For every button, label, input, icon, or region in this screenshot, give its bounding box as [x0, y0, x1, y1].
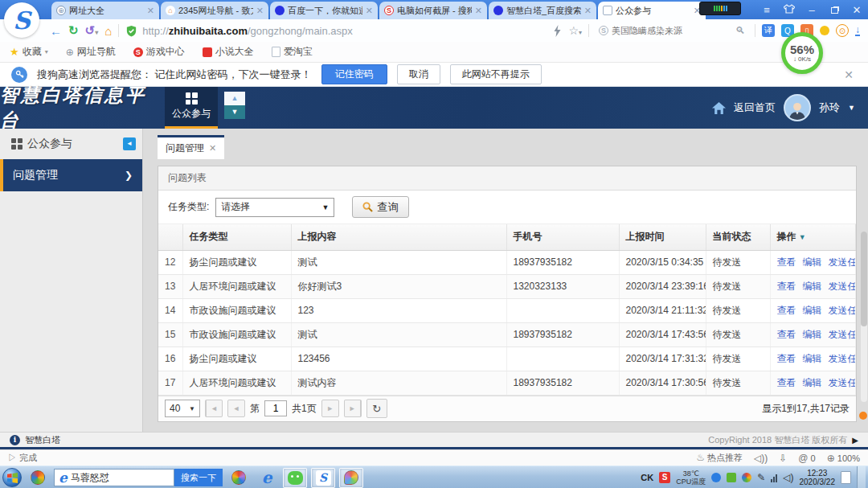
menu-icon[interactable]: ≡ [755, 4, 778, 16]
app-sogou-browser-icon[interactable]: S [311, 468, 335, 488]
chevron-up-icon[interactable]: ▲ [224, 92, 245, 105]
restore-icon[interactable] [823, 4, 845, 16]
send-task-link[interactable]: 发送任务 [829, 329, 856, 340]
send-task-link[interactable]: 发送任务 [829, 256, 856, 268]
app-pinwheel-icon[interactable] [227, 468, 251, 488]
send-task-link[interactable]: 发送任务 [829, 377, 856, 388]
view-link[interactable]: 查看 [777, 305, 796, 316]
cpu-temp-widget[interactable]: 38℃CPU温度 [676, 470, 706, 486]
page-number-input[interactable] [264, 400, 287, 416]
browser-tab-active[interactable]: 公众参与 ✕ [598, 2, 706, 19]
network-signal-icon[interactable] [771, 474, 777, 482]
query-button[interactable]: 查询 [352, 196, 409, 218]
never-prompt-button[interactable]: 此网站不再提示 [450, 64, 542, 84]
app-wechat-icon[interactable] [283, 468, 307, 488]
next-page-button[interactable]: ► [321, 400, 339, 417]
prev-page-button[interactable]: ◄ [227, 400, 245, 417]
translate-icon[interactable]: 译 [762, 24, 775, 37]
edit-link[interactable]: 编辑 [803, 305, 822, 316]
alert-icon[interactable] [820, 26, 829, 35]
last-page-button[interactable]: ► [344, 400, 362, 417]
browser-tab[interactable]: ⌂ 2345网址导航 - 致力 ✕ [161, 2, 268, 19]
taskbar-search-widget[interactable]: e马蓉怒怼 搜索一下 [54, 469, 223, 486]
expand-icon[interactable]: ▶ [852, 436, 858, 445]
table-row[interactable]: 16扬尘问题或建议1234562020/3/14 17:31:32待发送 查看编… [158, 347, 856, 371]
sidebar-collapse-icon[interactable]: ◄ [123, 137, 136, 150]
tab-close-icon[interactable]: ✕ [366, 6, 373, 16]
view-link[interactable]: 查看 [777, 353, 796, 364]
tab-close-icon[interactable]: ✕ [584, 6, 592, 16]
browser-tab[interactable]: 百度一下，你就知道 ✕ [270, 2, 378, 19]
tray-color-icon[interactable] [742, 473, 751, 482]
col-action[interactable]: 操作 ▼ [770, 224, 856, 250]
sogou-search-box[interactable]: S 🔍︎ [596, 23, 748, 39]
send-task-link[interactable]: 发送任务 [829, 353, 856, 364]
table-row[interactable]: 14市政设施问题或建议1232020/3/14 21:11:32待发送 查看编辑… [158, 298, 856, 322]
scrollbar-thumb[interactable] [861, 232, 867, 326]
username[interactable]: 孙玲 [819, 100, 840, 115]
browser-tab[interactable]: ⊕ 网址大全 ✕ [51, 2, 159, 19]
table-row[interactable]: 17人居环境问题或建议测试内容189379351822020/3/14 17:3… [158, 371, 856, 395]
avatar[interactable] [784, 94, 811, 121]
show-desktop-button[interactable] [857, 466, 866, 488]
sidebar-item-issue-management[interactable]: 问题管理 ❯ [0, 159, 142, 191]
proxy-count[interactable]: @ 0 [798, 453, 815, 464]
skin-icon[interactable] [778, 4, 800, 16]
volume-icon[interactable]: ◁) [783, 472, 793, 483]
app-ie-icon[interactable]: e [255, 468, 279, 488]
reload-icon[interactable]: ↻ [366, 399, 387, 418]
app-paint-icon[interactable] [339, 468, 363, 488]
touch-keyboard-icon[interactable] [841, 471, 851, 484]
bookmark-item[interactable]: S游戏中心 [133, 45, 185, 59]
download-tray-icon[interactable]: ⇩ [779, 453, 787, 464]
col-status[interactable]: 当前状态 [706, 224, 770, 250]
bookmark-item[interactable]: 小说大全 [203, 45, 254, 59]
send-task-link[interactable]: 发送任务 [829, 305, 856, 316]
tab-close-icon[interactable]: ✕ [147, 6, 154, 16]
close-icon[interactable]: ✕ [845, 4, 868, 16]
user-chevron-down-icon[interactable]: ▼ [848, 104, 855, 112]
app-360-icon[interactable] [26, 468, 50, 488]
cancel-button[interactable]: 取消 [397, 64, 440, 84]
undo-icon[interactable]: ↺▾ [85, 23, 99, 38]
tray-shield-icon[interactable] [727, 473, 736, 482]
bookmark-item[interactable]: 爱淘宝 [272, 45, 313, 59]
tab-close-icon[interactable]: ✕ [475, 6, 482, 16]
first-page-button[interactable]: ◄ [205, 400, 223, 417]
edit-link[interactable]: 编辑 [803, 256, 822, 268]
home-icon[interactable] [712, 102, 726, 114]
view-link[interactable]: 查看 [777, 329, 796, 340]
edit-link[interactable]: 编辑 [803, 281, 822, 292]
bookmark-item[interactable]: ⊕网址导航 [66, 45, 116, 59]
remember-password-button[interactable]: 记住密码 [321, 64, 387, 84]
smiley-icon[interactable]: ⊙ [836, 24, 849, 37]
send-task-link[interactable]: 发送任务 [829, 281, 856, 292]
zoom-level[interactable]: ⊕ 100% [827, 453, 860, 464]
tab-close-icon[interactable]: ✕ [256, 6, 264, 16]
minimize-icon[interactable]: – [800, 4, 823, 16]
col-report-time[interactable]: 上报时间 [619, 224, 706, 250]
search-input[interactable] [612, 26, 732, 35]
table-row[interactable]: 13人居环境问题或建议你好测试313203231332020/3/14 23:3… [158, 274, 856, 298]
edit-link[interactable]: 编辑 [803, 377, 822, 388]
download-progress-badge[interactable]: 56% ↓ 0K/s [781, 32, 823, 74]
page-size-select[interactable]: 40▼ [165, 400, 200, 417]
view-link[interactable]: 查看 [777, 281, 796, 292]
sidebar-group-public-participation[interactable]: 公众参与 ◄ [0, 129, 142, 159]
lightning-icon[interactable] [553, 25, 562, 37]
speaker-icon[interactable]: ◁)) [754, 453, 768, 464]
scrollbar[interactable] [861, 232, 867, 402]
notification-close-icon[interactable]: ✕ [844, 68, 857, 81]
edit-link[interactable]: 编辑 [803, 353, 822, 364]
col-phone[interactable]: 手机号 [506, 224, 619, 250]
ime-indicator[interactable]: CK [641, 473, 653, 482]
back-icon[interactable]: ← [50, 24, 62, 38]
hot-recommend-button[interactable]: ♨ 热点推荐 [696, 452, 743, 464]
bookmark-favorites[interactable]: ★收藏▾ [10, 45, 48, 59]
browser-tab[interactable]: 智慧白塔_百度搜索 ✕ [489, 2, 596, 19]
sogou-browser-logo-icon[interactable]: S [4, 2, 39, 38]
favorite-star-icon[interactable]: ☆▾ [568, 24, 582, 37]
chevron-down-icon[interactable]: ▼ [224, 105, 245, 119]
table-row[interactable]: 12扬尘问题或建议测试189379351822020/3/15 0:34:35待… [158, 250, 856, 274]
back-home-link[interactable]: 返回首页 [734, 100, 776, 115]
